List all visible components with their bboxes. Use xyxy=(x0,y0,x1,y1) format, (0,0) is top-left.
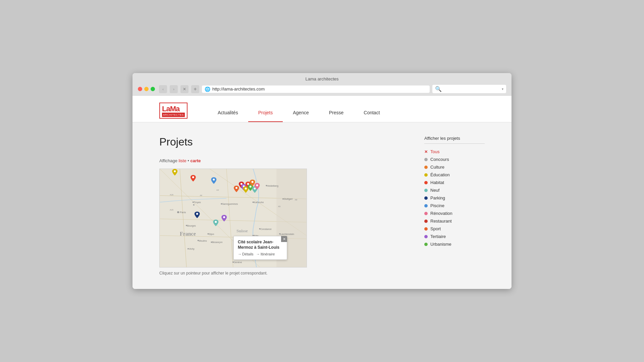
main-nav: Actualités Projets Agence Presse Contact xyxy=(208,107,390,122)
url-input[interactable] xyxy=(212,86,427,92)
filter-dot-concours xyxy=(424,158,428,161)
view-list-link[interactable]: liste xyxy=(179,158,186,163)
svg-point-67 xyxy=(215,221,217,223)
site-header: LaMa ARCHITECTES Actualités Projets Agen… xyxy=(132,96,512,122)
filter-label-neuf: Neuf xyxy=(430,188,439,193)
svg-point-54 xyxy=(235,187,237,189)
filter-concours[interactable]: Concours xyxy=(424,156,485,163)
svg-text:Karlsruhe: Karlsruhe xyxy=(254,201,264,203)
filter-dot-sport xyxy=(424,227,428,231)
filter-dot-piscine xyxy=(424,204,428,207)
search-bar[interactable]: 🔍 ▾ xyxy=(432,85,506,93)
filter-piscine[interactable]: Piscine xyxy=(424,202,485,209)
view-map-link[interactable]: carte xyxy=(191,158,201,163)
view-toggle-prefix: Affichage xyxy=(159,158,179,163)
close-window-button[interactable] xyxy=(138,87,142,91)
filter-culture[interactable]: Culture xyxy=(424,163,485,171)
svg-point-57 xyxy=(245,188,247,190)
svg-text:France: France xyxy=(180,231,196,237)
address-bar[interactable]: 🌐 xyxy=(202,85,430,93)
filter-label-education: Éducation xyxy=(430,172,450,177)
logo[interactable]: LaMa ARCHITECTES xyxy=(159,103,187,119)
browser-titlebar: Lama architectes ‹ › ✕ + 🌐 🔍 ▾ xyxy=(132,73,512,96)
popup-title: Cité scolaire Jean-Mermoz à Saint-Louis xyxy=(238,240,283,250)
back-button[interactable]: ‹ xyxy=(159,85,167,93)
map-popup: ✕ Cité scolaire Jean-Mermoz à Saint-Loui… xyxy=(233,236,287,260)
svg-text:Suisse: Suisse xyxy=(236,228,248,233)
nav-presse[interactable]: Presse xyxy=(319,107,354,122)
svg-point-66 xyxy=(196,213,198,215)
svg-text:Liechtenstein: Liechtenstein xyxy=(280,233,294,235)
filter-dot-education xyxy=(424,173,428,177)
filter-tous[interactable]: ✕ Tous xyxy=(424,148,485,156)
logo-name: LaMa xyxy=(162,105,185,113)
search-dropdown-icon[interactable]: ▾ xyxy=(502,87,503,91)
filter-urbanisme[interactable]: Urbanisme xyxy=(424,240,485,248)
search-input[interactable] xyxy=(443,86,500,92)
svg-point-60 xyxy=(252,181,254,183)
svg-point-64 xyxy=(192,176,194,178)
svg-text:A15: A15 xyxy=(170,209,173,211)
svg-text:Genève: Genève xyxy=(234,261,242,263)
popup-details-link[interactable]: → Détails xyxy=(238,252,254,256)
svg-text:Besançon: Besançon xyxy=(212,241,222,244)
logo-sub: ARCHITECTES xyxy=(162,113,185,117)
svg-point-65 xyxy=(213,179,215,181)
filter-tertiaire[interactable]: Tertiaire xyxy=(424,233,485,240)
filter-label-sport: Sport xyxy=(430,226,441,231)
svg-text:Constance: Constance xyxy=(260,228,271,230)
header-inner: LaMa ARCHITECTES Actualités Projets Agen… xyxy=(159,103,485,122)
svg-text:A4: A4 xyxy=(216,189,219,191)
svg-point-13 xyxy=(193,204,195,205)
filter-dot-restaurant xyxy=(424,220,428,223)
filter-dot-parking xyxy=(424,196,428,200)
popup-links: → Détails → Itinéraire xyxy=(238,252,283,256)
svg-point-59 xyxy=(250,186,252,188)
filter-sport[interactable]: Sport xyxy=(424,225,485,233)
globe-icon: 🌐 xyxy=(205,86,210,92)
browser-controls: ‹ › ✕ + 🌐 🔍 ▾ xyxy=(138,85,506,93)
left-column: Projets Affichage liste • carte xyxy=(159,136,404,276)
view-toggle: Affichage liste • carte xyxy=(159,158,404,163)
nav-agence[interactable]: Agence xyxy=(283,107,319,122)
traffic-lights xyxy=(138,87,155,91)
svg-point-11 xyxy=(177,211,179,213)
filter-education[interactable]: Éducation xyxy=(424,171,485,179)
svg-text:Bourges: Bourges xyxy=(187,225,196,227)
popup-close-button[interactable]: ✕ xyxy=(281,236,287,242)
filter-label-culture: Culture xyxy=(430,165,444,170)
filter-label-parking: Parking xyxy=(430,195,445,200)
filter-label-tous: Tous xyxy=(430,149,439,154)
filter-label-habitat: Habitat xyxy=(430,180,444,185)
view-toggle-sep: • xyxy=(187,158,190,163)
map-caption: Cliquez sur un pointeur pour afficher le… xyxy=(159,271,404,276)
svg-text:A16: A16 xyxy=(170,194,173,196)
browser-window: Lama architectes ‹ › ✕ + 🌐 🔍 ▾ xyxy=(132,73,512,289)
nav-actualites[interactable]: Actualités xyxy=(208,107,248,122)
forward-button[interactable]: › xyxy=(170,85,178,93)
arrow-icon-details: → xyxy=(238,252,241,256)
filter-restaurant[interactable]: Restaurant xyxy=(424,217,485,225)
filter-dot-urbanisme xyxy=(424,243,428,246)
minimize-window-button[interactable] xyxy=(144,87,149,91)
popup-itineraire-link[interactable]: → Itinéraire xyxy=(256,252,275,256)
svg-text:A8: A8 xyxy=(295,199,298,201)
filter-renovation[interactable]: Rénovation xyxy=(424,209,485,217)
nav-contact[interactable]: Contact xyxy=(354,107,390,122)
nav-projets[interactable]: Projets xyxy=(248,107,283,122)
new-tab-button[interactable]: + xyxy=(191,85,199,93)
filter-label-renovation: Rénovation xyxy=(430,211,452,216)
svg-point-62 xyxy=(256,184,258,186)
filter-label-piscine: Piscine xyxy=(430,203,444,208)
reload-close-button[interactable]: ✕ xyxy=(180,85,189,93)
filter-label-tertiaire: Tertiaire xyxy=(430,234,446,239)
page-title: Projets xyxy=(159,136,404,148)
maximize-window-button[interactable] xyxy=(151,87,155,91)
map-container[interactable]: France Suisse Paris Bourges Moulins Vich… xyxy=(159,169,307,267)
svg-text:Sarreguemines: Sarreguemines xyxy=(222,203,238,205)
filter-neuf[interactable]: Neuf xyxy=(424,186,485,194)
filter-parking[interactable]: Parking xyxy=(424,194,485,202)
filter-habitat[interactable]: Habitat xyxy=(424,179,485,186)
filter-label-concours: Concours xyxy=(430,157,449,162)
filter-label-urbanisme: Urbanisme xyxy=(430,242,451,247)
